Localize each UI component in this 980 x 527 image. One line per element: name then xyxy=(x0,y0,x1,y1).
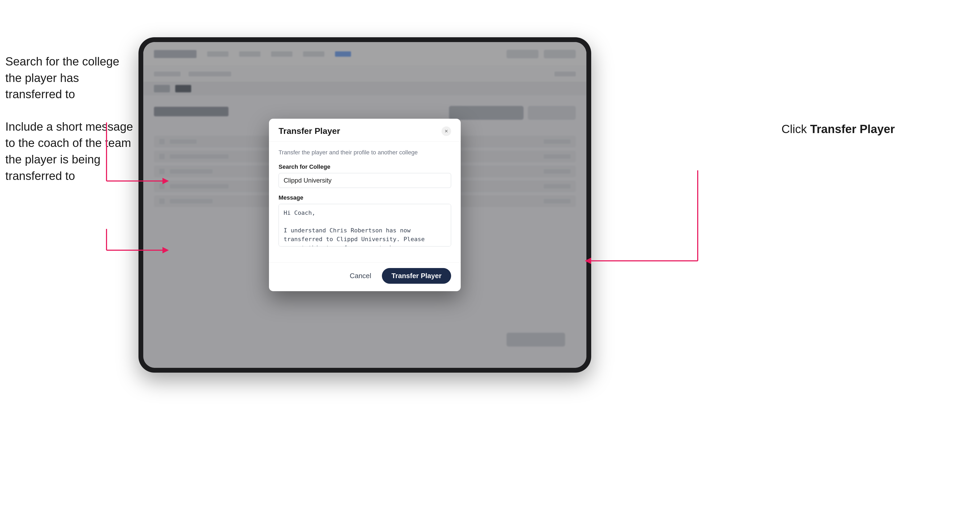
search-college-label: Search for College xyxy=(278,163,451,170)
modal-subtitle: Transfer the player and their profile to… xyxy=(278,149,451,156)
modal-header: Transfer Player × xyxy=(269,119,461,141)
annotation-text-click: Click Transfer Player xyxy=(781,122,895,135)
tablet-screen: Transfer Player × Transfer the player an… xyxy=(143,42,586,368)
tablet-device: Transfer Player × Transfer the player an… xyxy=(138,37,591,373)
message-label: Message xyxy=(278,194,451,201)
cancel-button[interactable]: Cancel xyxy=(344,269,377,283)
modal-body: Transfer the player and their profile to… xyxy=(269,141,461,262)
annotation-left: Search for the college the player has tr… xyxy=(5,53,133,200)
modal-title: Transfer Player xyxy=(278,126,340,136)
annotation-text-search: Search for the college the player has tr… xyxy=(5,53,133,103)
message-textarea[interactable]: Hi Coach, I understand Chris Robertson h… xyxy=(278,204,451,246)
transfer-player-button[interactable]: Transfer Player xyxy=(382,268,451,284)
search-college-input[interactable] xyxy=(278,173,451,188)
modal-close-button[interactable]: × xyxy=(442,126,451,136)
annotation-text-message: Include a short message to the coach of … xyxy=(5,119,133,184)
transfer-player-modal: Transfer Player × Transfer the player an… xyxy=(269,119,461,291)
annotation-right: Click Transfer Player xyxy=(781,122,895,136)
modal-footer: Cancel Transfer Player xyxy=(269,262,461,291)
